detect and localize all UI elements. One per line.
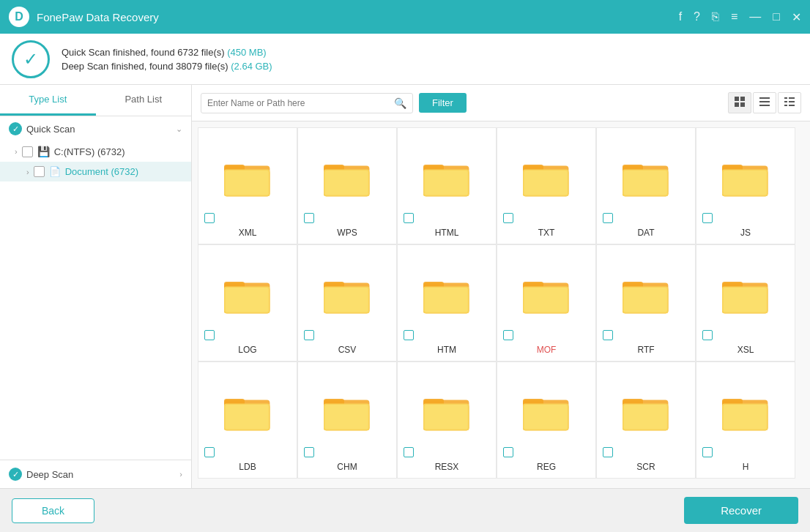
folder-icon (423, 159, 470, 200)
file-checkbox[interactable] (204, 330, 215, 340)
file-cell[interactable]: WPS (297, 127, 397, 244)
file-checkbox[interactable] (503, 330, 513, 340)
close-icon[interactable]: ✕ (792, 10, 801, 24)
file-cell[interactable]: REG (497, 361, 596, 479)
file-checkbox[interactable] (702, 447, 713, 457)
file-cell[interactable]: XML (198, 127, 297, 244)
svg-rect-97 (624, 405, 667, 430)
file-checkbox[interactable] (204, 213, 215, 223)
svg-rect-32 (524, 171, 568, 195)
folder-icon (224, 159, 271, 200)
drive-item[interactable]: › 💾 C:(NTFS) (6732) (0, 141, 191, 162)
file-label: TXT (503, 228, 590, 238)
file-checkbox[interactable] (702, 330, 713, 340)
file-cell[interactable]: LOG (198, 244, 297, 361)
drive-checkbox[interactable] (22, 146, 33, 157)
file-cell[interactable]: CSV (297, 244, 397, 361)
file-label: RESX (404, 462, 490, 472)
file-checkbox[interactable] (304, 330, 314, 340)
folder-icon (324, 276, 371, 317)
tab-path-list[interactable]: Path List (96, 85, 192, 116)
facebook-icon[interactable]: f (679, 10, 682, 23)
file-cell[interactable]: RTF (596, 244, 696, 361)
file-checkbox[interactable] (404, 330, 414, 340)
file-checkbox[interactable] (603, 213, 613, 223)
document-item[interactable]: › 📄 Document (6732) (0, 162, 191, 181)
file-cell[interactable]: CHM (297, 361, 397, 479)
folder-icon (224, 393, 271, 434)
svg-rect-0 (735, 97, 739, 101)
file-checkbox[interactable] (304, 447, 314, 457)
sidebar-tabs: Type List Path List (0, 85, 191, 116)
file-cell[interactable]: H (696, 361, 795, 479)
save-icon[interactable]: ⎘ (712, 10, 719, 23)
folder-icon (623, 159, 669, 200)
recover-button[interactable]: Recover (684, 497, 798, 524)
toolbar: 🔍 Filter (192, 85, 810, 121)
quick-scan-check-icon: ✓ (9, 122, 22, 135)
app-logo: D (9, 7, 29, 27)
file-label: JS (702, 228, 789, 238)
file-checkbox[interactable] (304, 213, 314, 223)
file-cell[interactable]: TXT (497, 127, 596, 244)
file-checkbox[interactable] (702, 213, 713, 223)
quick-scan-header[interactable]: ✓ Quick Scan ⌄ (0, 116, 191, 141)
file-cell[interactable]: HTM (397, 244, 497, 361)
folder-icon-wrapper (722, 251, 769, 342)
folder-icon-wrapper (224, 368, 271, 459)
file-cell[interactable]: SCR (596, 361, 696, 479)
tab-type-list[interactable]: Type List (0, 85, 96, 116)
file-checkbox[interactable] (503, 447, 513, 457)
file-cell[interactable]: XSL (696, 244, 795, 361)
minimize-icon[interactable]: — (749, 10, 761, 23)
maximize-icon[interactable]: □ (773, 10, 780, 23)
folder-icon (623, 276, 669, 317)
deep-scan-section: ✓ Deep Scan › (0, 460, 191, 488)
folder-icon-wrapper (722, 368, 769, 459)
back-button[interactable]: Back (12, 498, 94, 523)
deep-scan-status: Deep Scan finished, found 38079 file(s) … (62, 61, 272, 72)
statusbar: ✓ Quick Scan finished, found 6732 file(s… (0, 34, 810, 85)
file-cell[interactable]: HTML (397, 127, 497, 244)
svg-rect-92 (524, 405, 568, 430)
svg-rect-9 (784, 101, 787, 102)
view-list-button[interactable] (753, 92, 776, 113)
file-checkbox[interactable] (603, 447, 613, 457)
search-icon: 🔍 (394, 97, 406, 109)
quick-scan-section: ✓ Quick Scan ⌄ › 💾 C:(NTFS) (6732) › 📄 D… (0, 116, 191, 181)
file-checkbox[interactable] (204, 447, 215, 457)
file-cell[interactable]: DAT (596, 127, 696, 244)
doc-checkbox[interactable] (34, 166, 45, 177)
file-checkbox[interactable] (404, 213, 414, 223)
deep-scan-header[interactable]: ✓ Deep Scan › (0, 460, 191, 488)
file-checkbox[interactable] (603, 330, 613, 340)
help-icon[interactable]: ? (694, 10, 700, 23)
folder-icon (423, 276, 470, 317)
folder-icon-wrapper (423, 368, 470, 459)
search-input[interactable] (207, 98, 390, 108)
svg-rect-8 (789, 97, 795, 99)
folder-icon-wrapper (623, 251, 669, 342)
file-cell[interactable]: RESX (397, 361, 497, 479)
titlebar-right: f ? ⎘ ≡ — □ ✕ (679, 10, 801, 24)
file-cell[interactable]: MOF (497, 244, 596, 361)
view-grid-button[interactable] (728, 92, 751, 113)
file-checkbox[interactable] (404, 447, 414, 457)
folder-icon (324, 159, 371, 200)
filter-button[interactable]: Filter (419, 93, 467, 113)
svg-rect-5 (759, 101, 770, 102)
titlebar-left: D FonePaw Data Recovery (9, 7, 159, 27)
search-box[interactable]: 🔍 (201, 93, 413, 113)
drive-label: C:(NTFS) (6732) (54, 146, 125, 157)
view-detail-button[interactable] (778, 92, 801, 113)
svg-rect-6 (759, 105, 770, 106)
file-cell[interactable]: JS (696, 127, 795, 244)
svg-rect-57 (425, 288, 468, 312)
menu-icon[interactable]: ≡ (731, 10, 737, 23)
svg-rect-42 (724, 171, 767, 195)
file-label: H (702, 462, 789, 472)
file-cell[interactable]: LDB (198, 361, 297, 479)
file-checkbox[interactable] (503, 213, 513, 223)
svg-rect-12 (789, 105, 795, 106)
file-label: WPS (304, 228, 390, 238)
